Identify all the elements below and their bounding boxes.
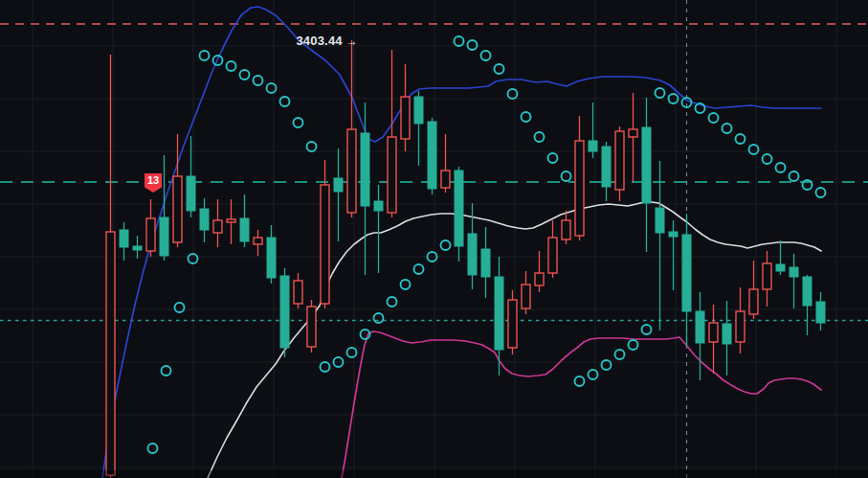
candle-up [723, 324, 731, 344]
candle-up [187, 176, 195, 211]
candle-up [374, 201, 383, 211]
candle-up [803, 277, 812, 306]
candle-up [414, 97, 423, 124]
candle-up [696, 311, 704, 343]
candle-down [575, 141, 584, 236]
candle-down [213, 220, 222, 233]
candle-down [401, 97, 410, 139]
candle-down [629, 129, 637, 137]
candle-up [602, 147, 611, 187]
candle-up [816, 302, 825, 323]
candle-down [388, 137, 396, 213]
candle-down [562, 220, 570, 239]
candle-down [763, 263, 771, 289]
candle-up [642, 127, 651, 203]
candle-down [615, 131, 624, 190]
candle-up [133, 246, 142, 250]
candle-up [267, 238, 276, 278]
candle-up [468, 234, 477, 275]
bottom-edge-shade [0, 470, 868, 478]
candle-down [535, 273, 544, 285]
candle-up [790, 267, 798, 277]
candle-up [455, 171, 463, 246]
candle-down [441, 171, 450, 188]
candle-up [160, 217, 168, 256]
candle-up [200, 209, 209, 230]
candle-down [736, 311, 745, 342]
candle-up [240, 218, 249, 241]
candle-down [321, 185, 329, 304]
candle-up [428, 122, 436, 189]
candle-down [173, 176, 182, 242]
candle-up [589, 141, 597, 151]
candle-down [294, 281, 302, 304]
candle-up [669, 232, 678, 237]
candle-down [227, 219, 235, 222]
bar-marker-count: 13 [147, 174, 159, 186]
candle-up [495, 277, 503, 350]
candle-up [682, 235, 691, 311]
candle-down [106, 232, 115, 475]
candle-up [776, 264, 785, 271]
candle-down [347, 129, 356, 213]
candle-down [709, 323, 718, 342]
candle-down [146, 218, 155, 251]
candle-up [656, 208, 664, 233]
trading-chart[interactable]: 3403.44→ 13 [0, 0, 868, 478]
candle-down [522, 285, 530, 308]
candle-down [307, 307, 316, 347]
candle-down [749, 289, 758, 314]
price-chart-canvas[interactable] [0, 0, 868, 478]
candle-down [548, 238, 557, 273]
candle-up [334, 178, 343, 192]
candle-down [508, 300, 517, 348]
candle-up [120, 230, 128, 247]
candle-down [254, 238, 262, 244]
candle-up [361, 133, 369, 206]
candle-up [481, 249, 490, 277]
candle-up [280, 276, 289, 348]
